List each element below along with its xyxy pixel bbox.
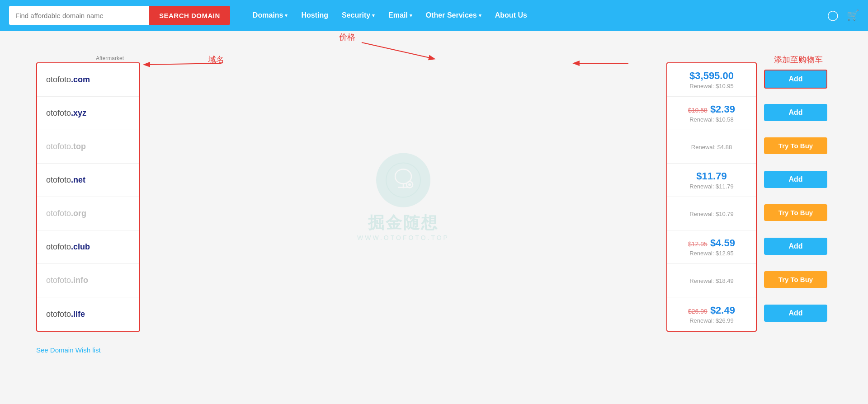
try-button-org[interactable]: Try To Buy [764,204,827,221]
price-annotation: 价格 [339,32,355,42]
watermark-url: WWW.OTOFOTO.TOP [357,234,449,241]
price-renewal: Renewal: $4.88 [691,144,732,150]
chevron-down-icon: ▾ [285,13,288,19]
see-more-link[interactable]: See Domain Wish list [36,346,101,354]
svg-point-8 [408,183,411,186]
price-renewal: Renewal: $18.49 [689,277,734,284]
table-row: otofoto.life [37,297,139,331]
price-new: $2.39 [710,103,735,115]
table-row: otofoto.net [37,164,139,197]
nav-domains[interactable]: Domains ▾ [248,9,292,21]
table-row: otofoto.club [37,230,139,264]
cart-icon[interactable]: 🛒 [847,9,859,21]
results-container: Aftermarket otofoto.com otofoto.xyz otof… [36,62,832,332]
see-more-area: See Domain Wish list [36,340,832,354]
user-icon[interactable]: ◯ [827,9,839,21]
middle-area: 掘金随想 WWW.OTOFOTO.TOP [140,62,666,332]
price-renewal: Renewal: $11.79 [689,183,734,190]
price-renewal: Renewal: $26.99 [689,317,734,324]
price-inline: $26.99 $2.49 [688,305,735,316]
price-row: Renewal: $18.49 [667,264,756,297]
price-row: Renewal: $4.88 [667,130,756,164]
search-input[interactable] [9,6,149,25]
table-row: otofoto.info [37,264,139,297]
button-row: Add [760,96,832,129]
price-row: $12.95 $4.59 Renewal: $12.95 [667,230,756,264]
price-inline: $10.58 $2.39 [688,103,735,115]
aftermarket-badge: Aftermarket [96,55,124,61]
chevron-down-icon: ▾ [372,13,375,19]
table-row: otofoto.com [37,63,139,97]
table-row: otofoto.top [37,130,139,164]
price-row: $3,595.00 Renewal: $10.95 [667,63,756,97]
table-row: otofoto.xyz [37,97,139,130]
domain-name: otofoto.life [46,310,85,319]
chevron-down-icon: ▾ [410,13,412,19]
svg-line-0 [362,42,434,59]
domain-name: otofoto.club [46,242,90,252]
add-button-com[interactable]: Add [764,70,827,89]
price-renewal: Renewal: $12.95 [689,250,734,257]
button-row: Add [760,62,832,96]
try-button-info[interactable]: Try To Buy [764,271,827,288]
header-icons: ◯ 🛒 [827,9,859,21]
price-new: $4.59 [710,237,735,249]
button-row: Add [760,230,832,263]
button-row: Try To Buy [760,129,832,163]
price-value: $3,595.00 [689,70,734,82]
add-button-xyz[interactable]: Add [764,104,827,121]
button-row: Try To Buy [760,263,832,296]
price-row: $10.58 $2.39 Renewal: $10.58 [667,97,756,130]
button-row: Try To Buy [760,196,832,230]
price-old: $10.58 [688,107,708,114]
price-row: Renewal: $10.79 [667,197,756,230]
main-content: 价格 域名 添加至购物车 Aftermarket otofoto.com oto… [0,31,868,368]
price-old: $12.95 [688,240,708,248]
button-row: Add [760,296,832,330]
domain-name: otofoto.info [46,276,88,285]
search-area: SEARCH DOMAIN [9,6,230,25]
price-column: $3,595.00 Renewal: $10.95 $10.58 $2.39 R… [666,62,757,332]
price-row: $11.79 Renewal: $11.79 [667,164,756,197]
add-button-club[interactable]: Add [764,238,827,255]
domain-name: otofoto.xyz [46,108,86,118]
nav-about-us[interactable]: About Us [491,9,532,21]
add-button-net[interactable]: Add [764,171,827,188]
domain-name: otofoto.top [46,142,86,151]
nav-email[interactable]: Email ▾ [384,9,417,21]
watermark-icon [376,153,430,207]
nav-other-services[interactable]: Other Services ▾ [421,9,486,21]
price-row: $26.99 $2.49 Renewal: $26.99 [667,297,756,331]
watermark-text: 掘金随想 [368,212,439,234]
watermark: 掘金随想 WWW.OTOFOTO.TOP [357,153,449,241]
price-old: $26.99 [688,308,708,315]
search-button[interactable]: SEARCH DOMAIN [149,6,230,25]
domain-name: otofoto.com [46,75,90,85]
main-nav: Domains ▾ Hosting Security ▾ Email ▾ Oth… [248,9,827,21]
button-row: Add [760,163,832,196]
chevron-down-icon: ▾ [479,13,481,19]
domain-column: Aftermarket otofoto.com otofoto.xyz otof… [36,62,140,332]
domain-name: otofoto.org [46,209,86,218]
price-new: $2.49 [710,305,735,316]
try-button-top[interactable]: Try To Buy [764,137,827,154]
price-renewal: Renewal: $10.95 [689,83,734,89]
add-button-life[interactable]: Add [764,305,827,322]
nav-hosting[interactable]: Hosting [297,9,333,21]
svg-point-3 [386,163,420,197]
price-renewal: Renewal: $10.58 [689,116,734,123]
price-inline: $12.95 $4.59 [688,237,735,249]
button-column: Add Add Try To Buy Add Try To Buy Add Tr… [760,62,832,332]
price-value: $11.79 [696,170,726,182]
table-row: otofoto.org [37,197,139,230]
nav-security[interactable]: Security ▾ [337,9,379,21]
price-renewal: Renewal: $10.79 [689,211,734,217]
domain-name: otofoto.net [46,175,85,185]
header: SEARCH DOMAIN Domains ▾ Hosting Security… [0,0,868,31]
